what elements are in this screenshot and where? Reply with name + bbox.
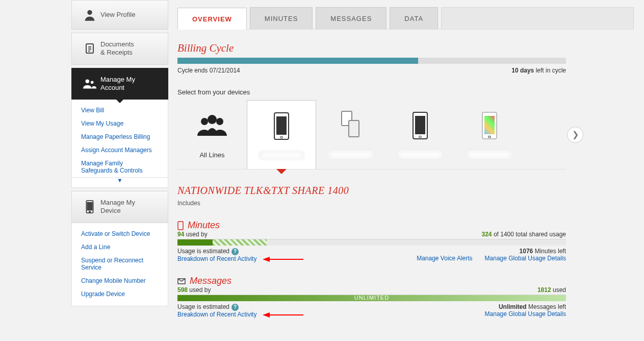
- device-icon: [79, 200, 100, 214]
- profile-icon: [79, 8, 100, 22]
- submenu-expand-toggle[interactable]: ▼: [72, 177, 168, 182]
- device-next-button[interactable]: ❯: [567, 127, 583, 143]
- main-content: OVERVIEW MINUTES MESSAGES DATA Billing C…: [168, 0, 644, 341]
- sidebar-label-docs: Documents& Receipts: [100, 40, 134, 57]
- tab-minutes[interactable]: MINUTES: [250, 7, 313, 29]
- minutes-usage-row: 94 used by 324 of 1400 total shared usag…: [177, 231, 566, 239]
- sidebar-device-submenu: Activate or Switch Device Add a Line Sus…: [71, 223, 168, 306]
- messages-estimate-note: Usage is estimated?: [177, 303, 303, 311]
- link-activate-switch-device[interactable]: Activate or Switch Device: [72, 227, 168, 240]
- device-card-3[interactable]: [385, 100, 455, 169]
- device-label-1-redacted: [259, 151, 304, 160]
- messages-progress-bar: UNLIMITED: [177, 295, 566, 301]
- device-label-3-redacted: [397, 150, 443, 159]
- device-image-4: [457, 105, 522, 146]
- device-card-1[interactable]: [247, 100, 316, 169]
- phone-icon: [177, 221, 184, 230]
- device-label-all-lines: All Lines: [179, 151, 245, 159]
- link-messages-breakdown[interactable]: Breakdown of Recent Activity: [177, 311, 256, 318]
- link-minutes-breakdown[interactable]: Breakdown of Recent Activity: [177, 255, 256, 262]
- svg-rect-13: [178, 222, 183, 230]
- svg-marker-15: [263, 257, 270, 262]
- messages-left-text: Unlimited Messages left: [485, 303, 566, 310]
- device-image-2: [318, 105, 383, 146]
- link-change-mobile-number[interactable]: Change Mobile Number: [72, 274, 168, 287]
- link-view-my-usage[interactable]: View My Usage: [72, 117, 168, 130]
- minutes-estimate-note: Usage is estimated?: [177, 248, 303, 255]
- svg-point-0: [87, 10, 92, 15]
- people-icon: [79, 77, 100, 90]
- all-lines-icon: [179, 105, 245, 146]
- svg-point-11: [208, 115, 217, 124]
- billing-cycle-progress: [177, 58, 566, 64]
- sidebar: View Profile Documents& Receipts Manage …: [0, 0, 168, 341]
- sidebar-view-profile[interactable]: View Profile: [71, 0, 168, 30]
- sidebar-label-view-profile: View Profile: [100, 11, 135, 19]
- link-suspend-reconnect[interactable]: Suspend or ReconnectService: [72, 254, 168, 274]
- chevron-down-icon: ▼: [117, 177, 123, 183]
- plan-title: NATIONWIDE TLK&TXT SHARE 1400: [177, 185, 634, 197]
- svg-rect-8: [87, 203, 92, 210]
- link-view-bill[interactable]: View Bill: [72, 104, 168, 117]
- envelope-icon: [177, 278, 186, 284]
- svg-point-10: [201, 118, 208, 125]
- device-image-3: [388, 105, 453, 146]
- document-icon: [79, 42, 100, 55]
- messages-section-title: Messages: [177, 276, 634, 286]
- annotation-arrow-icon: [263, 312, 303, 318]
- link-upgrade-device[interactable]: Upgrade Device: [72, 287, 168, 301]
- link-messages-global-usage[interactable]: Manage Global Usage Details: [485, 310, 566, 318]
- help-icon[interactable]: ?: [231, 304, 239, 311]
- link-assign-account-managers[interactable]: Assign Account Managers: [72, 143, 168, 157]
- tab-data[interactable]: DATA: [390, 7, 438, 29]
- minutes-section-title: Minutes: [177, 220, 634, 231]
- device-label-2-redacted: [328, 150, 374, 159]
- messages-usage-row: 598 used by 1812 used: [177, 286, 566, 295]
- minutes-left-text: 1076 Minutes left: [417, 248, 566, 255]
- link-manage-paperless-billing[interactable]: Manage Paperless Billing: [72, 130, 168, 143]
- sidebar-label-manage-device: Manage MyDevice: [100, 199, 135, 215]
- svg-point-12: [216, 118, 223, 125]
- device-card-4[interactable]: [455, 100, 524, 169]
- unlimited-label: UNLIMITED: [177, 295, 566, 301]
- device-image-1: [249, 106, 314, 147]
- cycle-ends-text: Cycle ends 07/21/2014: [177, 67, 240, 74]
- tabs: OVERVIEW MINUTES MESSAGES DATA: [177, 7, 634, 30]
- tab-messages[interactable]: MESSAGES: [316, 7, 387, 29]
- svg-point-6: [91, 81, 94, 84]
- sidebar-account-submenu: View Bill View My Usage Manage Paperless…: [71, 100, 168, 188]
- chevron-right-icon: ❯: [572, 130, 579, 139]
- link-minutes-global-usage[interactable]: Manage Global Usage Details: [485, 255, 566, 262]
- device-label-4-redacted: [467, 150, 512, 159]
- device-card-2[interactable]: [316, 100, 385, 169]
- plan-includes-text: Includes: [177, 200, 634, 207]
- sidebar-manage-my-device[interactable]: Manage MyDevice: [71, 191, 168, 223]
- minutes-progress-bar: [177, 239, 566, 246]
- tab-overview[interactable]: OVERVIEW: [177, 8, 247, 30]
- svg-marker-18: [263, 312, 270, 318]
- annotation-arrow-icon: [263, 256, 303, 262]
- svg-point-9: [89, 211, 91, 213]
- sidebar-documents-receipts[interactable]: Documents& Receipts: [71, 33, 168, 65]
- svg-point-5: [86, 79, 90, 83]
- devices-heading: Select from your devices: [177, 88, 634, 96]
- device-all-lines[interactable]: All Lines: [177, 100, 247, 169]
- link-manage-voice-alerts[interactable]: Manage Voice Alerts: [417, 255, 472, 262]
- sidebar-label-manage-account: Manage MyAccount: [100, 76, 135, 92]
- cycle-days-left: 10 days left in cycle: [511, 67, 566, 74]
- link-add-a-line[interactable]: Add a Line: [72, 240, 168, 254]
- sidebar-manage-my-account[interactable]: Manage MyAccount: [71, 68, 168, 100]
- tab-spacer: [441, 7, 634, 29]
- billing-cycle-title: Billing Cycle: [177, 42, 634, 55]
- help-icon[interactable]: ?: [231, 248, 239, 255]
- link-manage-family-safeguards[interactable]: Manage FamilySafeguards & Controls: [72, 157, 168, 177]
- device-selector: All Lines ❯: [177, 100, 566, 169]
